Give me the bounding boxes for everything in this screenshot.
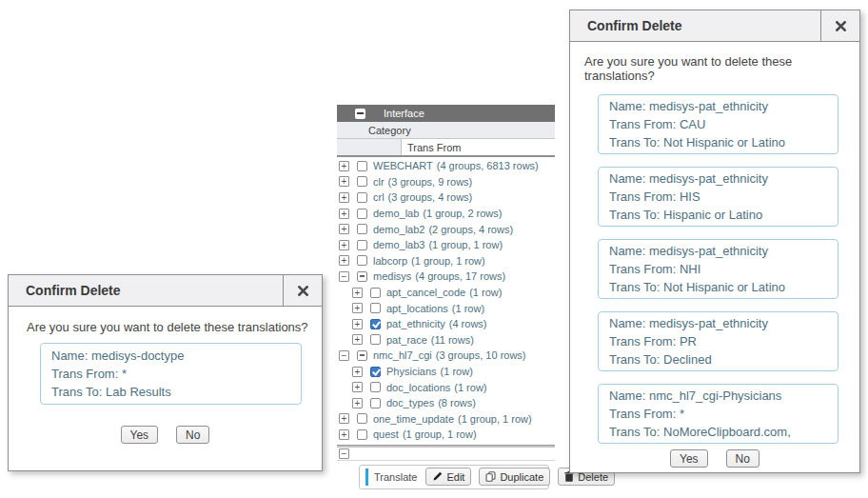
tree-row: +one_time_update(1 group, 1 row) (337, 411, 555, 428)
translation-item: Name: medisys-doctypeTrans From: *Trans … (40, 343, 302, 405)
yes-button[interactable]: Yes (121, 426, 159, 444)
expand-icon[interactable]: + (339, 224, 349, 234)
checkbox-unchecked[interactable] (357, 240, 367, 250)
tree-item-label[interactable]: medisys (373, 270, 411, 282)
close-icon (836, 21, 846, 31)
collapse-all-icon[interactable] (355, 109, 365, 119)
translation-line: Name: medisys-pat_ethnicity (609, 242, 827, 260)
translation-items: Name: medisys-doctypeTrans From: *Trans … (9, 343, 322, 405)
collapse-icon[interactable]: − (339, 271, 349, 282)
tree-item-label[interactable]: nmc_hl7_cgi (373, 349, 432, 361)
expand-icon[interactable]: + (339, 209, 349, 219)
translation-item: Name: medisys-pat_ethnicityTrans From: C… (598, 94, 838, 154)
checkbox-unchecked[interactable] (357, 255, 367, 266)
translation-line: Trans From: CAU (609, 115, 827, 133)
tree-item-label[interactable]: apt_cancel_code (386, 287, 465, 298)
translation-line: Trans To: Not Hispanic or Latino (609, 133, 827, 151)
tree-row: +crl(3 groups, 4 rows) (337, 189, 555, 206)
tree-row: +apt_locations(1 row) (337, 300, 555, 316)
tree-item-label[interactable]: Physicians (386, 366, 437, 377)
tree-row: +demo_lab2(2 groups, 4 rows) (337, 221, 555, 237)
edit-button[interactable]: Edit (425, 468, 471, 486)
tree-item-meta: (4 groups, 17 rows) (415, 270, 505, 282)
checkbox-unchecked[interactable] (357, 176, 367, 187)
close-icon (298, 286, 308, 296)
expand-icon[interactable]: + (352, 303, 363, 313)
tree-item-label[interactable]: demo_lab (373, 208, 419, 219)
checkbox-unchecked[interactable] (370, 398, 381, 408)
tree-item-label[interactable]: apt_locations (386, 303, 448, 314)
interface-translation-panel: Interface Category Trans From +WEBCHART(… (337, 105, 555, 489)
checkbox-unchecked[interactable] (357, 224, 367, 234)
duplicate-button[interactable]: Duplicate (479, 468, 550, 486)
checkbox-unchecked[interactable] (357, 209, 367, 219)
checkbox-indeterminate[interactable] (357, 350, 367, 361)
checkbox-unchecked[interactable] (370, 303, 381, 313)
tree-row: +demo_lab3(1 group, 1 row) (337, 237, 555, 253)
collapse-icon[interactable]: − (339, 350, 349, 361)
tree-item-label[interactable]: doc_types (386, 397, 434, 408)
tree-item-label[interactable]: WEBCHART (373, 160, 433, 171)
collapse-icon[interactable]: − (339, 448, 349, 459)
translation-line: Trans From: PR (609, 332, 827, 350)
expand-icon[interactable]: + (352, 367, 363, 377)
translation-line: Trans To: Not Hispanic or Latino (609, 278, 827, 296)
yes-button[interactable]: Yes (670, 449, 708, 468)
expand-icon[interactable]: + (339, 429, 349, 440)
checkbox-unchecked[interactable] (370, 288, 381, 298)
no-button[interactable]: No (176, 426, 209, 444)
expand-icon[interactable]: + (339, 240, 349, 250)
checkbox-unchecked[interactable] (357, 429, 367, 440)
checkbox-indeterminate[interactable] (357, 271, 367, 282)
no-button[interactable]: No (726, 449, 760, 468)
tree-item-label[interactable]: crl (373, 191, 385, 203)
translation-line: Trans From: * (51, 365, 290, 383)
tree-item-meta: (2 groups, 4 rows) (428, 224, 513, 235)
expand-icon[interactable]: + (352, 398, 363, 408)
tree-item-label[interactable]: quest (373, 428, 399, 440)
tree-row: +demo_lab(1 group, 2 rows) (337, 206, 555, 222)
tab-translate[interactable]: Translate (374, 471, 417, 483)
tree-item-label[interactable]: demo_lab2 (373, 224, 424, 235)
translation-item: Name: nmc_hl7_cgi-PhysiciansTrans From: … (598, 384, 838, 444)
tree-item-meta: (3 groups, 10 rows) (436, 349, 526, 361)
expand-icon[interactable]: + (339, 176, 349, 187)
checkbox-checked[interactable] (370, 319, 381, 329)
tree-item-label[interactable]: one_time_update (373, 413, 454, 425)
translation-line: Name: medisys-pat_ethnicity (609, 97, 827, 115)
confirm-delete-dialog-right: Confirm Delete Are you sure you want to … (569, 10, 860, 473)
tree-item-label[interactable]: doc_locations (386, 382, 450, 393)
trans-from-header-row: Trans From (337, 139, 555, 157)
translation-line: Trans To: NoMoreClipboard.com, (609, 423, 827, 441)
active-tab-accent (365, 468, 368, 486)
tree-row: +pat_race(11 rows) (337, 332, 555, 349)
tree-row: +doc_types(8 rows) (337, 395, 555, 411)
expand-icon[interactable]: + (352, 334, 363, 345)
expand-icon[interactable]: + (339, 255, 349, 266)
tree-item-label[interactable]: clr (373, 176, 385, 188)
tree-item-label[interactable]: pat_race (386, 334, 427, 346)
expand-icon[interactable]: + (352, 319, 363, 329)
checkbox-unchecked[interactable] (357, 192, 367, 203)
tree-row: −nmc_hl7_cgi(3 groups, 10 rows) (337, 348, 555, 364)
tree-item-meta: (8 rows) (438, 397, 476, 408)
checkbox-unchecked[interactable] (370, 334, 381, 345)
expand-icon[interactable]: + (352, 288, 363, 298)
expand-icon[interactable]: + (339, 413, 349, 424)
close-button[interactable] (820, 10, 859, 41)
tree-item-label[interactable]: labcorp (373, 255, 407, 267)
checkbox-unchecked[interactable] (370, 382, 381, 392)
confirm-question: Are you sure you want to delete these tr… (27, 320, 322, 334)
tree-item-label[interactable]: demo_lab3 (373, 239, 424, 250)
tree-item-meta: (3 groups, 9 rows) (388, 176, 473, 188)
tree-item-meta: (3 groups, 4 rows) (388, 191, 473, 203)
close-button[interactable] (283, 275, 322, 306)
expand-icon[interactable]: + (339, 161, 349, 171)
tree-row: +apt_cancel_code(1 row) (337, 285, 555, 301)
expand-icon[interactable]: + (352, 382, 363, 392)
checkbox-checked[interactable] (370, 367, 381, 377)
checkbox-unchecked[interactable] (357, 161, 367, 171)
checkbox-unchecked[interactable] (357, 413, 367, 424)
tree-item-label[interactable]: pat_ethnicity (386, 318, 445, 329)
expand-icon[interactable]: + (339, 192, 349, 203)
